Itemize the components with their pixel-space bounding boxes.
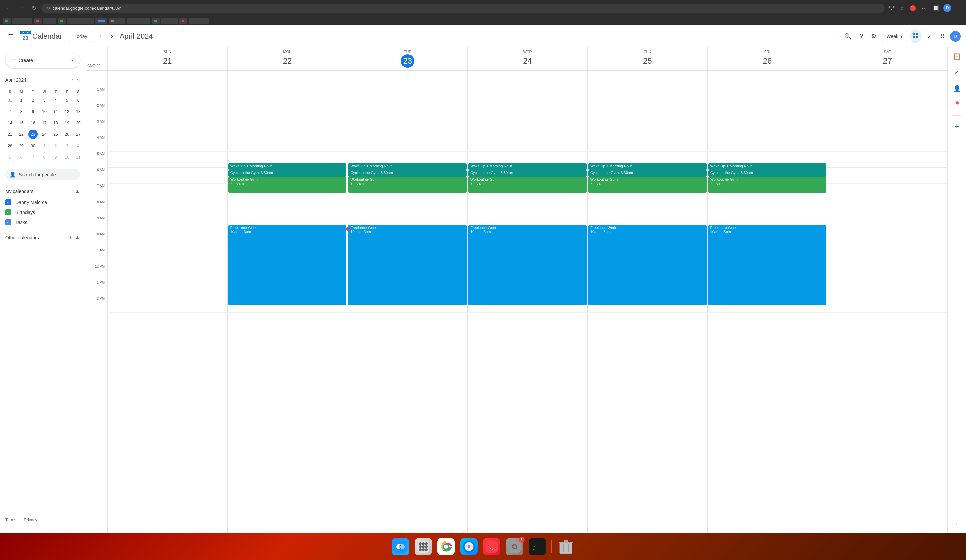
mini-cal-day[interactable]: 4 [51,95,61,105]
mini-cal-day[interactable]: 24 [39,130,49,139]
right-sidebar-note-button[interactable]: 📋 [950,49,964,63]
mini-cal-day[interactable]: 23 [28,130,38,139]
event-freelance-tue[interactable]: Freelance Work 10am – 3pm [348,225,467,305]
day-col-wed[interactable]: Wake Up + Morning Rout Cycle to the Gym,… [467,71,587,533]
event-wake-up-thu[interactable]: Wake Up + Morning Rout [588,163,707,170]
mini-cal-day[interactable]: 19 [62,118,72,128]
day-col-tue[interactable]: Wake Up + Morning Rout Cycle to the Gym,… [347,71,467,533]
dock-safari[interactable] [460,538,478,555]
right-sidebar-contacts-button[interactable]: 👤 [950,82,964,95]
apps-button[interactable]: ⠿ [938,30,947,43]
bookmark-item[interactable] [152,18,159,25]
extension-icon[interactable]: 🔴 [909,4,918,13]
grid-view-button[interactable] [910,29,922,43]
help-button[interactable]: ? [857,30,866,42]
bookmark-item[interactable] [12,18,32,25]
event-workout-wed[interactable]: Workout @ Gym 7 – 8am [468,177,586,193]
dock-trash[interactable] [557,538,575,555]
bookmark-item[interactable] [58,18,66,25]
right-sidebar-tasks-button[interactable]: ✓ [950,66,964,79]
mini-cal-day[interactable]: 8 [17,107,26,117]
calendar-item-danny[interactable]: ✓ Danny Maiorca [3,197,83,207]
mini-cal-day[interactable]: 10 [62,153,72,162]
mini-cal-day[interactable]: 29 [17,141,26,151]
more-icon[interactable]: ⋯ [920,4,928,13]
mini-cal-prev-button[interactable]: ‹ [71,76,75,84]
day-header-sun[interactable]: SUN 21 [107,47,227,71]
right-sidebar-add-button[interactable]: + [950,120,964,133]
address-bar[interactable]: ⊙ calendar.google.com/calendar/u/0/r [41,4,885,13]
mini-cal-day[interactable]: 18 [51,118,61,128]
today-button[interactable]: Today [69,31,93,42]
event-freelance-wed[interactable]: Freelance Work 10am – 3pm [468,225,586,305]
mini-cal-day[interactable]: 31 [5,95,15,105]
day-col-fri[interactable]: Wake Up + Morning Rout Cycle to the Gym,… [707,71,828,533]
event-freelance-fri[interactable]: Freelance Work 10am – 3pm [708,225,827,305]
hamburger-menu-button[interactable]: ☰ [5,30,16,43]
mini-cal-day[interactable]: 22 [17,130,26,139]
mini-cal-day[interactable]: 6 [17,153,26,162]
event-cycle-tue[interactable]: Cycle to the Gym, 6:30am [348,170,467,177]
event-workout-mon[interactable]: Workout @ Gym 7 – 8am [228,177,347,193]
dock-chrome[interactable] [437,538,455,555]
day-header-wed[interactable]: WED 24 [467,47,587,71]
event-cycle-mon[interactable]: Cycle to the Gym, 6:30am [228,170,347,177]
bookmark-item[interactable] [189,18,209,25]
mini-cal-day[interactable]: 6 [74,95,83,105]
mini-cal-day[interactable]: 27 [74,130,83,139]
day-col-sun[interactable] [107,71,227,533]
day-header-tue[interactable]: TUE 23 [347,47,467,71]
bookmark-item[interactable] [43,18,56,25]
mini-cal-day[interactable]: 5 [5,153,15,162]
bookmark-item[interactable] [95,18,107,25]
mini-cal-day[interactable]: 3 [39,95,49,105]
forward-button[interactable]: → [17,3,27,13]
event-freelance-mon[interactable]: Freelance Work 10am – 3pm [228,225,347,305]
mini-cal-day[interactable]: 15 [17,118,26,128]
mini-cal-day[interactable]: 28 [5,141,15,151]
mini-cal-day[interactable]: 17 [39,118,49,128]
mini-cal-day[interactable]: 16 [28,118,38,128]
event-workout-fri[interactable]: Workout @ Gym 7 – 8am [708,177,827,193]
calendar-item-tasks[interactable]: ✓ Tasks [3,217,83,227]
mini-cal-day[interactable]: 1 [17,95,26,105]
day-col-mon[interactable]: Wake Up + Morning Rout Cycle to the Gym,… [227,71,347,533]
day-header-sat[interactable]: SAT 27 [827,47,947,71]
add-other-calendar-button[interactable]: + [67,233,74,243]
mini-cal-next-button[interactable]: › [76,76,80,84]
dock-finder[interactable]: :) [392,538,409,555]
mini-cal-day[interactable]: 9 [51,153,61,162]
event-workout-tue[interactable]: Workout @ Gym 7 – 8am [348,177,467,193]
mini-cal-day[interactable]: 11 [51,107,61,117]
mini-cal-day[interactable]: 7 [5,107,15,117]
mini-cal-day[interactable]: 21 [5,130,15,139]
mini-cal-day[interactable]: 10 [39,107,49,117]
mini-cal-day[interactable]: 14 [5,118,15,128]
mini-cal-day[interactable]: 4 [74,141,83,151]
calendar-item-birthdays[interactable]: ✓ Birthdays [3,207,83,217]
mini-cal-day[interactable]: 5 [62,95,72,105]
mini-cal-day[interactable]: 2 [51,141,61,151]
star-icon[interactable]: ☆ [898,4,905,13]
bookmark-item[interactable] [179,18,187,25]
bookmark-item[interactable] [161,18,178,25]
mini-cal-day[interactable]: 30 [28,141,38,151]
day-header-mon[interactable]: MON 22 [227,47,347,71]
prev-period-button[interactable]: ‹ [97,30,104,42]
bookmark-item[interactable] [34,18,41,25]
mini-cal-day[interactable]: 12 [62,107,72,117]
event-cycle-wed[interactable]: Cycle to the Gym, 6:30am [468,170,586,177]
dock-system-preferences[interactable]: 3 [506,538,523,555]
right-sidebar-expand-button[interactable]: › [950,517,964,530]
event-wake-up-wed[interactable]: Wake Up + Morning Rout [468,163,586,170]
mini-cal-day[interactable]: 1 [39,141,49,151]
bookmark-item[interactable] [127,18,150,25]
event-wake-up-tue[interactable]: Wake Up + Morning Rout [348,163,467,170]
event-freelance-thu[interactable]: Freelance Work 10am – 3pm [588,225,707,305]
create-button[interactable]: + Create ▾ [5,52,80,68]
shield-icon[interactable]: 🛡 [887,4,895,12]
bookmark-item[interactable] [3,18,11,25]
dock-launchpad[interactable] [415,538,432,555]
privacy-link[interactable]: Privacy [24,518,37,522]
day-header-thu[interactable]: THU 25 [587,47,707,71]
